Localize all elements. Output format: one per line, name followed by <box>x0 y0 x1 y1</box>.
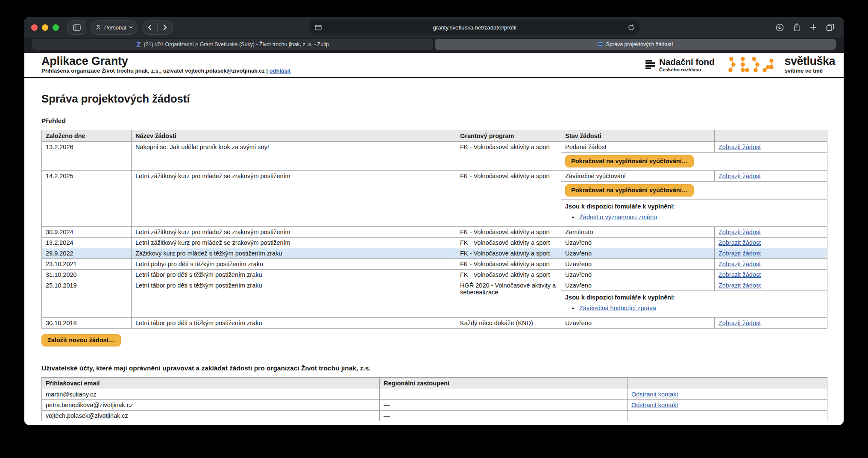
application-status: Podaná žádost <box>561 142 715 153</box>
account-region: — <box>380 411 628 421</box>
profile-menu-button[interactable]: Personal <box>91 21 138 35</box>
remove-contact-link[interactable]: Odstranit kontakt <box>631 402 678 408</box>
application-status: Uzavřeno <box>561 259 715 270</box>
back-button[interactable] <box>142 21 157 34</box>
logout-link[interactable]: odhlásit <box>270 68 291 74</box>
view-application-link[interactable]: Zobrazit žádost <box>718 320 761 326</box>
downloads-icon[interactable] <box>776 23 784 32</box>
application-status: Uzavřeno <box>561 318 715 329</box>
browser-toolbar: Personal granty.svetluska.net/zadatel/pr… <box>24 17 844 38</box>
continue-settlement-button[interactable]: Pokračovat na vyplňování vyúčtování… <box>565 155 694 167</box>
application-status: Závěrečné vyúčtování <box>561 171 715 182</box>
accounts-header-row: Přihlašovací email Regionální zastoupení <box>42 378 827 389</box>
new-application-button[interactable]: Založit novou žádost… <box>41 334 121 346</box>
col-status: Stav žádosti <box>561 130 715 142</box>
application-name: Letní tábor pro děti s těžkým postižením… <box>132 270 456 280</box>
application-row: 30.10.2018Letní tábor pro děti s těžkým … <box>42 318 827 329</box>
forms-cell: Jsou k dispozici fomuláře k vyplnění:Záv… <box>561 291 827 318</box>
application-date: 23.10.2021 <box>42 259 132 270</box>
accounts-heading: Uživatelské účty, které mají oprávnění u… <box>41 364 827 372</box>
application-date: 29.9.2022 <box>42 248 132 259</box>
view-application-link[interactable]: Zobrazit žádost <box>718 271 761 278</box>
view-application-link[interactable]: Zobrazit žádost <box>718 229 761 235</box>
new-tab-icon[interactable] <box>810 24 817 31</box>
chevron-down-icon <box>129 26 133 29</box>
share-icon[interactable] <box>793 23 801 32</box>
form-link[interactable]: Žádost o významnou změnu <box>579 214 657 220</box>
view-application-link[interactable]: Zobrazit žádost <box>718 239 761 246</box>
radio-bars-icon <box>645 60 655 69</box>
main-content: Správa projektových žádostí Přehled Zalo… <box>24 92 844 421</box>
col-region: Regionální zastoupení <box>380 378 628 389</box>
nav-buttons <box>142 21 173 35</box>
page-settings-icon[interactable] <box>315 25 322 30</box>
application-program: FK - Volnočasové aktivity a sport <box>456 142 561 171</box>
col-actions <box>715 130 827 142</box>
tab-sprava-label: Správa projektových žádostí <box>606 41 673 47</box>
forms-list: Žádost o významnou změnu <box>565 214 823 220</box>
application-row: 23.10.2021Letní pobyt pro děti s těžkým … <box>42 259 827 270</box>
account-actions: Odstranit kontakt <box>628 400 827 411</box>
remove-contact-link[interactable]: Odstranit kontakt <box>631 391 678 398</box>
continue-cell: Pokračovat na vyplňování vyúčtování… <box>561 182 827 200</box>
tab-zulip[interactable]: Z (21) #01 Organizacni > Grant Svetluska… <box>32 39 433 50</box>
application-actions: Zobrazit žádost <box>715 280 827 291</box>
account-region: — <box>380 389 628 400</box>
address-bar[interactable]: granty.svetluska.net/zadatel/profil <box>310 20 639 35</box>
account-email: vojtech.polasek@zivotjinak.cz <box>42 411 380 421</box>
close-button[interactable] <box>31 24 38 31</box>
minimize-button[interactable] <box>42 24 48 31</box>
application-program: FK - Volnočasové aktivity a sport <box>456 227 561 238</box>
continue-settlement-button[interactable]: Pokračovat na vyplňování vyúčtování… <box>565 184 694 197</box>
application-date: 14.2.2025 <box>42 171 132 227</box>
application-name: Zážitkový kurz pro mládež s těžkým posti… <box>132 248 456 259</box>
application-actions: Zobrazit žádost <box>715 171 827 182</box>
account-row: martin@sukany.cz—Odstranit kontakt <box>42 389 827 400</box>
applications-table: Založeno dne Název žádosti Grantový prog… <box>41 130 827 329</box>
toolbar-right-icons <box>776 23 837 32</box>
zoom-button[interactable] <box>53 24 59 31</box>
application-row: 13.2.2024Letní zážitkový kurz pro mládež… <box>42 238 827 248</box>
view-application-link[interactable]: Zobrazit žádost <box>718 173 761 179</box>
application-status: Zamítnuto <box>561 227 715 238</box>
forward-button[interactable] <box>158 21 173 34</box>
accounts-table: Přihlašovací email Regionální zastoupení… <box>41 377 827 421</box>
tab-overview-icon[interactable] <box>826 23 834 31</box>
application-actions: Zobrazit žádost <box>715 142 827 153</box>
application-program: FK - Volnočasové aktivity a sport <box>456 259 561 270</box>
application-program: FK - Volnočasové aktivity a sport <box>456 238 561 248</box>
view-application-link[interactable]: Zobrazit žádost <box>718 250 761 257</box>
application-row: 31.10.2020Letní tábor pro děti s těžkým … <box>42 270 827 280</box>
form-link[interactable]: Závěrečná hodnotící zpráva <box>579 305 656 311</box>
reload-icon[interactable] <box>628 24 634 31</box>
nadacni-fond-logo: Nadační fond Českého rozhlasu <box>645 57 714 72</box>
profile-label: Personal <box>104 24 126 31</box>
nf-title: Nadační fond <box>659 57 714 67</box>
app-header: Aplikace Granty Přihlášená organizace Ži… <box>24 53 844 78</box>
applications-tbody: 13.2.2026Nakopni se: Jak udělat prvník k… <box>42 142 827 329</box>
account-row: petra.benedikova@zivotjinak.cz—Odstranit… <box>42 400 827 411</box>
application-status: Uzavřeno <box>561 248 715 259</box>
account-region: — <box>380 400 628 411</box>
logged-in-info: Přihlášená organizace Život trochu jinak… <box>41 68 290 74</box>
url-text: granty.svetluska.net/zadatel/profil <box>322 24 628 31</box>
application-date: 30.9.2024 <box>42 227 132 238</box>
application-name: Letní zážitkový kurz pro mládež se zrako… <box>132 238 456 248</box>
view-application-link[interactable]: Zobrazit žádost <box>718 144 761 150</box>
tab-sprava-zadosti[interactable]: Správa projektových žádostí <box>435 39 836 50</box>
application-name: Letní zážitkový kurz pro mládež se zrako… <box>132 227 456 238</box>
logos: Nadační fond Českého rozhlasu <box>645 55 835 74</box>
forms-list-item: Žádost o významnou změnu <box>578 214 823 220</box>
view-application-link[interactable]: Zobrazit žádost <box>718 282 761 289</box>
sidebar-toggle-button[interactable] <box>67 21 86 35</box>
application-status: Uzavřeno <box>561 238 715 248</box>
application-program: FK - Volnočasové aktivity a sport <box>456 270 561 280</box>
list-favicon-icon <box>598 42 603 47</box>
forms-cell: Jsou k dispozici fomuláře k vyplnění:Žád… <box>561 200 827 227</box>
application-row: 30.9.2024Letní zážitkový kurz pro mládež… <box>42 227 827 238</box>
view-application-link[interactable]: Zobrazit žádost <box>718 261 761 267</box>
application-actions: Zobrazit žádost <box>715 227 827 238</box>
col-program: Grantový program <box>456 130 561 142</box>
forms-list: Závěrečná hodnotící zpráva <box>565 305 823 311</box>
application-row: 14.2.2025Letní zážitkový kurz pro mládež… <box>42 171 827 182</box>
